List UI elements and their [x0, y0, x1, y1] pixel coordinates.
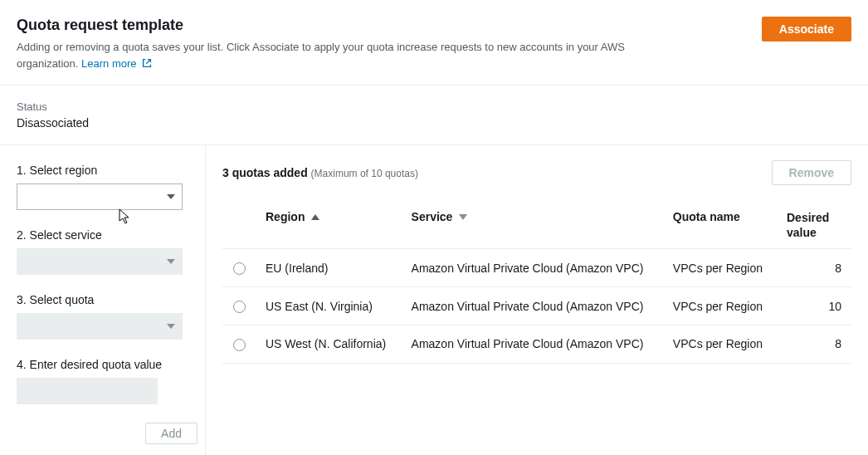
col-region[interactable]: Region: [256, 202, 402, 249]
table-row[interactable]: US West (N. California)Amazon Virtual Pr…: [222, 325, 851, 363]
page-title: Quota request template: [17, 17, 664, 34]
chevron-down-icon: [167, 194, 175, 199]
cell-region: US East (N. Virginia): [256, 287, 402, 325]
quotas-count: 3 quotas added (Maximum of 10 quotas): [222, 166, 418, 179]
quotas-panel: 3 quotas added (Maximum of 10 quotas) Re…: [206, 145, 868, 455]
cell-quota: VPCs per Region: [663, 249, 777, 287]
cell-region: US West (N. California): [256, 325, 402, 363]
row-radio[interactable]: [233, 301, 246, 313]
status-value: Disassociated: [17, 116, 851, 130]
table-row[interactable]: EU (Ireland)Amazon Virtual Private Cloud…: [222, 249, 851, 287]
associate-button[interactable]: Associate: [762, 17, 851, 42]
cell-desired: 8: [777, 325, 851, 363]
step1-label: 1. Select region: [17, 164, 188, 177]
cell-quota: VPCs per Region: [663, 287, 777, 325]
form-panel: 1. Select region 2. Select service 3. Se…: [0, 145, 206, 455]
col-quota-name[interactable]: Quota name: [663, 202, 777, 249]
cursor-icon: [119, 208, 132, 228]
col-service-text: Service: [412, 210, 453, 223]
status-block: Status Disassociated: [0, 86, 868, 144]
cell-service: Amazon Virtual Private Cloud (Amazon VPC…: [402, 287, 663, 325]
cell-service: Amazon Virtual Private Cloud (Amazon VPC…: [402, 325, 663, 363]
cell-quota: VPCs per Region: [663, 325, 777, 363]
chevron-down-icon: [167, 324, 175, 329]
quota-select: [17, 313, 183, 340]
sort-ascending-icon: [311, 214, 319, 220]
cell-desired: 8: [777, 249, 851, 287]
step4-label: 4. Enter desired quota value: [17, 358, 188, 371]
step3-label: 3. Select quota: [17, 293, 188, 306]
service-select: [17, 248, 183, 275]
quotas-table: Region Service Quota name Desired value: [222, 202, 851, 364]
cell-service: Amazon Virtual Private Cloud (Amazon VPC…: [402, 249, 663, 287]
col-desired-text: Desired value: [787, 211, 829, 239]
row-radio[interactable]: [233, 339, 246, 351]
quotas-count-text: quotas added: [229, 166, 311, 179]
table-row[interactable]: US East (N. Virginia)Amazon Virtual Priv…: [222, 287, 851, 325]
learn-more-link[interactable]: Learn more: [81, 57, 153, 70]
cell-region: EU (Ireland): [256, 249, 402, 287]
add-button[interactable]: Add: [145, 423, 197, 444]
external-link-icon: [141, 57, 153, 74]
col-region-text: Region: [266, 210, 305, 223]
page-header: Quota request template Adding or removin…: [0, 0, 868, 86]
sort-icon: [459, 214, 467, 220]
remove-button[interactable]: Remove: [772, 160, 851, 185]
quotas-count-number: 3: [222, 166, 229, 179]
quotas-max-text: (Maximum of 10 quotas): [311, 168, 418, 179]
region-select[interactable]: [17, 183, 183, 210]
col-select: [222, 202, 256, 249]
desired-value-input: [17, 378, 158, 404]
learn-more-text: Learn more: [81, 57, 136, 70]
status-label: Status: [17, 100, 851, 113]
step2-label: 2. Select service: [17, 228, 188, 242]
col-quota-text: Quota name: [673, 210, 740, 223]
col-service[interactable]: Service: [402, 202, 663, 249]
row-radio[interactable]: [233, 262, 246, 275]
cell-desired: 10: [777, 287, 851, 325]
chevron-down-icon: [167, 259, 175, 264]
page-description: Adding or removing a quota saves your li…: [17, 39, 664, 73]
col-desired-value[interactable]: Desired value: [777, 202, 851, 249]
